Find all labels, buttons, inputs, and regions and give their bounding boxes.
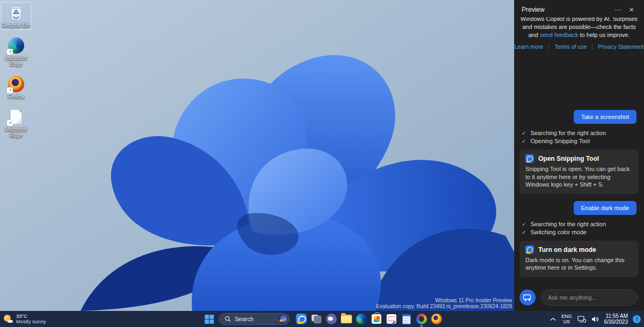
snipping-tool-card: Open Snipping Tool Snipping Tool is open… (519, 150, 639, 194)
weather-icon (3, 314, 13, 324)
chat-input-bar (519, 289, 638, 306)
send-feedback-link[interactable]: send feedback (540, 32, 579, 38)
desktop: Recycle Bin ↗ Microsoft Edge ↗ Firefox ↗… (0, 0, 514, 311)
learn-more-link[interactable]: Learn more (514, 43, 543, 50)
edge-button[interactable] (355, 313, 368, 325)
status-label: Searching for the right action (530, 220, 606, 228)
task-view-icon (312, 315, 321, 323)
taskbar: 33°C Mostly sunny Search (0, 311, 644, 327)
tray-date: 6/30/2023 (604, 319, 628, 325)
lang-code: ENG (561, 314, 572, 319)
pinned-apps (294, 313, 444, 325)
bing-daily-icon (279, 315, 288, 324)
watermark-line2: Evaluation copy. Build 23493.ni_prerelea… (376, 303, 512, 309)
browser-button[interactable] (415, 313, 428, 325)
check-icon: ✓ (522, 129, 526, 137)
speaker-icon (591, 316, 599, 323)
card-body: Snipping Tool is open. You can get back … (525, 165, 633, 189)
divider (548, 44, 549, 50)
divider (592, 44, 592, 50)
insider-watermark: Windows 11 Pro Insider Preview Evaluatio… (376, 298, 512, 309)
check-icon: ✓ (522, 220, 526, 228)
status-list-1: ✓ Searching for the right action ✓ Openi… (522, 129, 636, 145)
copilot-header: Preview ··· × (514, 0, 644, 16)
copilot-icon (296, 314, 307, 324)
terms-of-use-link[interactable]: Terms of use (554, 43, 587, 50)
copilot-icon (525, 246, 534, 254)
dark-mode-card: Turn on dark mode Dark mode is on. You c… (519, 241, 639, 277)
network-icon (577, 316, 586, 323)
search-icon (225, 316, 231, 322)
card-header: Turn on dark mode (525, 246, 633, 254)
desktop-icon-label: Microsoft Edge (2, 127, 31, 138)
weather-condition: Mostly sunny (16, 319, 46, 325)
desktop-icon-label: Firefox (8, 94, 25, 100)
take-screenshot-button[interactable]: Take a screenshot (574, 110, 636, 124)
disclaimer-post: to help us improve. (578, 32, 630, 38)
disclaimer-clip: Windows Copilot is powered by AI. Surpri… (519, 17, 639, 40)
desktop-icon-column: Recycle Bin ↗ Microsoft Edge ↗ Firefox ↗… (1, 2, 31, 145)
close-icon[interactable]: × (625, 5, 638, 14)
firefox-icon (431, 314, 442, 324)
status-row: ✓ Opening Snipping Tool (522, 137, 636, 145)
chevron-up-icon (550, 317, 556, 321)
desktop-icon-edge-shortcut[interactable]: ↗ Microsoft Edge (1, 106, 31, 140)
desktop-icon-edge[interactable]: ↗ Microsoft Edge (1, 35, 31, 69)
lang-region: US (561, 319, 572, 324)
clock[interactable]: 11:55 AM 6/30/2023 (602, 311, 631, 327)
task-view-button[interactable] (310, 313, 323, 325)
more-options-icon[interactable]: ··· (611, 5, 625, 13)
desktop-icon-recycle-bin[interactable]: Recycle Bin (1, 2, 31, 30)
notepad-button[interactable] (400, 313, 413, 325)
taskbar-search[interactable]: Search (219, 313, 290, 325)
file-explorer-button[interactable] (340, 313, 353, 325)
weather-widget[interactable]: 33°C Mostly sunny (3, 311, 46, 327)
card-body: Dark mode is on. You can change this any… (525, 256, 633, 272)
store-icon (372, 314, 382, 324)
notification-badge[interactable]: 3 (633, 315, 641, 323)
chat-button[interactable] (325, 313, 338, 325)
new-chat-button[interactable] (519, 289, 536, 306)
tray-chevron-button[interactable] (547, 311, 559, 327)
snipping-tool-button[interactable] (385, 313, 398, 325)
status-row: ✓ Switching color mode (522, 228, 636, 236)
status-label: Searching for the right action (530, 129, 606, 137)
edge-icon (356, 314, 367, 324)
disclaimer-pre: and (529, 32, 540, 38)
check-icon: ✓ (522, 228, 526, 236)
shortcut-arrow-icon: ↗ (7, 49, 13, 55)
folder-icon (341, 315, 352, 323)
preview-badge: Preview (522, 6, 545, 13)
network-button[interactable] (575, 311, 589, 327)
status-label: Switching color mode (530, 228, 587, 236)
legal-links-row: Learn more Terms of use Privacy Statemen… (514, 43, 644, 50)
disclaimer-line2: and mistakes are possible—check the fact… (519, 23, 639, 31)
enable-dark-mode-button[interactable]: Enable dark mode (574, 201, 636, 215)
shortcut-arrow-icon: ↗ (7, 120, 13, 126)
desktop-icon-label: Recycle Bin (2, 23, 31, 28)
copilot-icon (525, 154, 534, 163)
volume-button[interactable] (589, 311, 602, 327)
firefox-button[interactable] (430, 313, 443, 325)
system-tray: ENG US 11:55 AM 6/30/2023 3 (547, 311, 641, 327)
taskbar-copilot-button[interactable] (295, 313, 308, 325)
search-placeholder: Search (235, 316, 279, 322)
weather-text: 33°C Mostly sunny (16, 314, 46, 325)
status-row: ✓ Searching for the right action (522, 220, 636, 228)
ask-me-anything-input[interactable] (541, 289, 638, 306)
language-switcher[interactable]: ENG US (559, 311, 575, 327)
privacy-statement-link[interactable]: Privacy Statement (598, 43, 643, 50)
card-title: Turn on dark mode (538, 246, 596, 254)
store-button[interactable] (370, 313, 383, 325)
start-button[interactable] (205, 315, 214, 324)
card-header: Open Snipping Tool (525, 154, 633, 163)
wallpaper-bloom (0, 0, 514, 311)
taskbar-center: Search (200, 311, 444, 327)
check-icon: ✓ (522, 137, 526, 145)
tray-time: 11:55 AM (604, 313, 628, 319)
desktop-icon-firefox[interactable]: ↗ Firefox (1, 73, 31, 101)
shortcut-arrow-icon: ↗ (7, 87, 13, 93)
snipping-tool-icon (387, 314, 397, 324)
copilot-panel: Preview ··· × Windows Copilot is powered… (514, 0, 644, 311)
disclaimer-line1: Windows Copilot is powered by AI. Surpri… (519, 17, 639, 23)
